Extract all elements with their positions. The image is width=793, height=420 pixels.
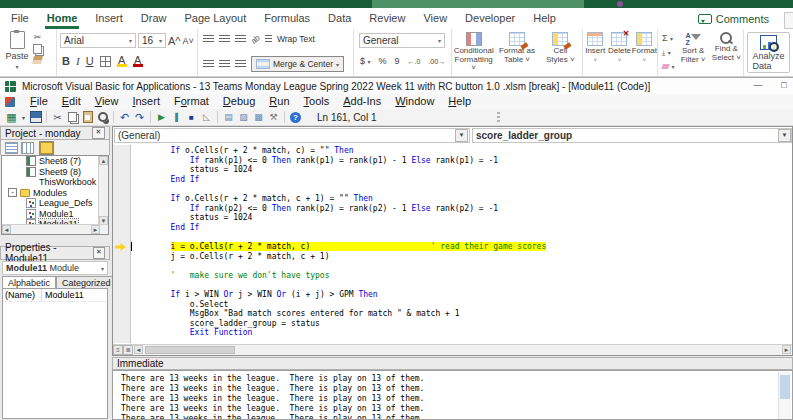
project-close-button[interactable]: ✕	[92, 127, 105, 139]
menu-run[interactable]: Run	[262, 94, 296, 109]
save-button[interactable]	[28, 110, 43, 124]
break-button[interactable]: ∥	[169, 110, 184, 124]
reset-button[interactable]: ■	[184, 110, 199, 124]
object-dropdown[interactable]: (General)	[114, 128, 470, 143]
immediate-window[interactable]: There are 13 weeks in the league. There …	[112, 370, 793, 420]
find-select-button[interactable]: Find &Select ˅	[710, 29, 743, 76]
scroll-up-icon[interactable]: ▲	[99, 156, 108, 165]
immediate-scroll-thumb[interactable]	[780, 375, 790, 399]
menu-tools[interactable]: Tools	[297, 94, 337, 109]
redo-button[interactable]: ↷	[132, 110, 147, 124]
procedure-dropdown-arrow[interactable]: ▼	[778, 129, 791, 142]
procedure-dropdown[interactable]: score_ladder_group	[472, 128, 792, 143]
project-item-league-defs[interactable]: League_Defs	[2, 198, 108, 209]
ribbon-tab-developer[interactable]: Developer	[456, 8, 524, 29]
tree-expander-icon[interactable]: -	[8, 188, 17, 197]
font-name-combobox[interactable]: Arial▾	[60, 33, 136, 48]
project-tree-hscrollbar[interactable]: ◄ ►	[2, 224, 109, 234]
minimize-button[interactable]: —	[750, 80, 766, 92]
menu-add-ins[interactable]: Add-Ins	[336, 94, 388, 109]
object-dropdown-arrow[interactable]: ▼	[455, 129, 468, 142]
borders-button[interactable]	[100, 56, 111, 67]
align-bottom-button[interactable]	[235, 35, 246, 44]
project-item-thisworkbook[interactable]: ThisWorkbook	[2, 177, 108, 188]
analyze-data-button[interactable]: AnalyzeData	[747, 32, 790, 73]
fill-color-button[interactable]: A	[117, 56, 127, 67]
wrap-text-button[interactable]: Wrap Text	[277, 34, 315, 44]
ribbon-tab-data[interactable]: Data	[319, 8, 360, 29]
font-size-combobox[interactable]: 16▾	[138, 33, 166, 48]
code-scroll-right-icon[interactable]: ►	[782, 345, 791, 354]
format-painter-button[interactable]	[32, 56, 43, 64]
properties-object-combobox[interactable]: Module11 Module ▾	[2, 261, 108, 275]
paste-button[interactable]	[80, 110, 95, 124]
view-object-button[interactable]	[21, 142, 34, 154]
currency-button[interactable]: $ ▾	[360, 56, 371, 66]
search-box[interactable]	[372, 0, 584, 8]
project-item-modules[interactable]: -Modules	[2, 188, 108, 199]
comments-button[interactable]: Comments	[698, 11, 769, 27]
account-avatar[interactable]	[617, 1, 623, 7]
increase-decimal-button[interactable]: ←.0	[408, 58, 421, 65]
scroll-right-icon[interactable]: ►	[91, 225, 100, 234]
shrink-font-button[interactable]: A˅	[183, 36, 194, 46]
insert-object-dropdown[interactable]: ▾	[19, 110, 28, 124]
align-center-button[interactable]	[219, 60, 230, 69]
design-mode-button[interactable]: ◺	[199, 110, 214, 124]
properties-close-button[interactable]: ✕	[93, 247, 105, 259]
percent-button[interactable]: %	[379, 56, 387, 66]
menu-insert[interactable]: Insert	[125, 94, 167, 109]
ribbon-tab-view[interactable]: View	[414, 8, 456, 29]
cut-button[interactable]: ✂	[33, 32, 42, 42]
undo-button[interactable]: ↶	[117, 110, 132, 124]
ribbon-tab-draw[interactable]: Draw	[132, 8, 176, 29]
view-excel-button[interactable]: ▦	[4, 110, 19, 124]
toolbox-button[interactable]: ⚒	[266, 110, 281, 124]
menu-help[interactable]: Help	[441, 94, 478, 109]
orientation-button[interactable]: ab	[249, 33, 262, 46]
share-button-partial[interactable]	[784, 12, 793, 29]
underline-button[interactable]: U	[86, 55, 94, 67]
insert-cells-button[interactable]: Insert˅	[583, 29, 607, 76]
comma-style-button[interactable]: 9	[395, 56, 400, 66]
code-scroll-left-icon[interactable]: ◄	[134, 345, 143, 354]
align-right-button[interactable]	[235, 60, 246, 69]
view-code-button[interactable]	[5, 142, 18, 154]
ribbon-tab-formulas[interactable]: Formulas	[255, 8, 319, 29]
ribbon-tab-file[interactable]: File	[2, 8, 38, 29]
sort-filter-button[interactable]: AZ Sort &Filter ˅	[677, 29, 710, 76]
italic-button[interactable]: I	[76, 55, 80, 67]
code-margin[interactable]	[113, 145, 131, 343]
clear-button[interactable]: ▾	[662, 60, 675, 73]
format-cells-button[interactable]: Format˅	[632, 29, 657, 76]
fill-button[interactable]: ⤓ ▾	[662, 46, 675, 59]
run-button[interactable]: ▶	[154, 110, 169, 124]
bold-button[interactable]: B	[62, 55, 70, 67]
project-tree[interactable]: Sheet8 (7)Sheet9 (8)ThisWorkbook-Modules…	[1, 155, 109, 235]
ribbon-tab-insert[interactable]: Insert	[86, 8, 132, 29]
align-top-button[interactable]	[203, 35, 214, 44]
grow-font-button[interactable]: A^	[168, 35, 181, 47]
project-item-module1[interactable]: Module1	[2, 209, 108, 220]
menu-edit[interactable]: Edit	[55, 94, 88, 109]
delete-cells-button[interactable]: Delete˅	[607, 29, 631, 76]
procedure-view-button[interactable]: ≡	[113, 345, 123, 355]
menu-debug[interactable]: Debug	[216, 94, 262, 109]
project-explorer-button[interactable]: ▤	[221, 110, 236, 124]
project-tree-vscrollbar[interactable]: ▲ ▼	[98, 156, 108, 225]
project-item-sheet9-8[interactable]: Sheet9 (8)	[2, 167, 108, 178]
find-button[interactable]	[95, 110, 110, 124]
merge-center-button[interactable]: Merge & Center ▾	[251, 56, 344, 72]
autosum-button[interactable]: Σ ▾	[662, 32, 675, 45]
copy-button[interactable]	[33, 44, 42, 54]
cell-styles-button[interactable]: CellStyles ˅	[539, 29, 582, 76]
code-editor[interactable]: If o.Cells(r + 2 * match, c) = "" Then I…	[132, 146, 791, 342]
properties-window-button[interactable]: ▨	[236, 110, 251, 124]
menu-window[interactable]: Window	[388, 94, 441, 109]
help-button[interactable]	[288, 110, 303, 124]
format-as-table-button[interactable]: Format asTable ˅	[495, 29, 538, 76]
ribbon-tab-review[interactable]: Review	[360, 8, 414, 29]
maximize-button[interactable]: □	[776, 80, 792, 92]
menu-file[interactable]: File	[23, 94, 55, 109]
font-color-button[interactable]: A	[133, 56, 143, 67]
